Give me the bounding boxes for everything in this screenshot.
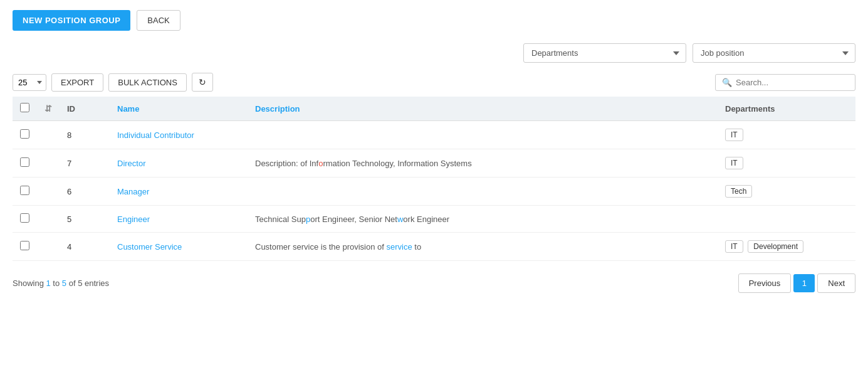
col-desc-label: Description xyxy=(255,104,300,114)
range-end: 5 xyxy=(62,279,66,288)
row-name-link[interactable]: Engineer xyxy=(117,215,150,224)
row-id: 4 xyxy=(60,233,110,261)
row-checkbox[interactable] xyxy=(20,157,29,167)
row-checkbox[interactable] xyxy=(20,129,29,139)
action-row: 25 10 50 100 EXPORT BULK ACTIONS ↻ 🔍 xyxy=(13,73,855,92)
row-id: 8 xyxy=(60,121,110,149)
select-all-checkbox[interactable] xyxy=(20,103,29,112)
pagination: Previous 1 Next xyxy=(738,273,855,293)
row-description: Customer service is the provision of ser… xyxy=(248,233,718,261)
previous-button[interactable]: Previous xyxy=(738,273,792,293)
dept-badge: IT xyxy=(725,129,743,141)
dept-badge: IT xyxy=(725,157,743,169)
table-row: 5 Engineer Technical Support Engineer, S… xyxy=(13,206,855,233)
search-wrapper: 🔍 xyxy=(715,74,855,91)
col-name-header: Name xyxy=(110,97,248,121)
dept-badge: Tech xyxy=(725,185,752,198)
range-start: 1 xyxy=(46,279,51,288)
next-button[interactable]: Next xyxy=(817,273,855,293)
top-bar: NEW POSITION GROUP BACK xyxy=(13,10,855,31)
bulk-actions-button[interactable]: BULK ACTIONS xyxy=(108,73,187,92)
row-id: 7 xyxy=(60,149,110,178)
row-name-link[interactable]: Individual Contributor xyxy=(117,130,194,140)
col-name-label: Name xyxy=(117,104,139,114)
page-wrapper: NEW POSITION GROUP BACK Departments Job … xyxy=(0,0,868,382)
row-name: Director xyxy=(110,149,248,178)
table-row: 4 Customer Service Customer service is t… xyxy=(13,233,855,261)
total-entries: 5 xyxy=(78,279,82,288)
row-name: Manager xyxy=(110,178,248,206)
table-footer: Showing 1 to 5 of 5 entries Previous 1 N… xyxy=(13,271,855,295)
table-header-row: ⇵ ID Name Description Departments xyxy=(13,97,855,121)
new-position-group-button[interactable]: NEW POSITION GROUP xyxy=(13,10,130,31)
table-row: 8 Individual Contributor IT xyxy=(13,121,855,149)
col-sort[interactable]: ⇵ xyxy=(37,97,60,121)
row-departments xyxy=(718,206,855,233)
dept-badge: Development xyxy=(748,240,803,253)
per-page-select[interactable]: 25 10 50 100 xyxy=(13,74,46,91)
row-name: Customer Service xyxy=(110,233,248,261)
sort-icon: ⇵ xyxy=(44,103,52,114)
row-name-link[interactable]: Customer Service xyxy=(117,242,182,252)
row-description xyxy=(248,121,718,149)
filter-row: Departments Job position xyxy=(13,43,855,63)
row-name: Individual Contributor xyxy=(110,121,248,149)
back-button[interactable]: BACK xyxy=(137,10,180,31)
search-icon: 🔍 xyxy=(722,78,732,87)
row-departments: IT xyxy=(718,149,855,178)
col-description-header: Description xyxy=(248,97,718,121)
row-description: Description: of Information Technology, … xyxy=(248,149,718,178)
row-id: 5 xyxy=(60,206,110,233)
row-description xyxy=(248,178,718,206)
row-departments: IT Development xyxy=(718,233,855,261)
row-checkbox[interactable] xyxy=(20,213,29,223)
job-position-filter[interactable]: Job position xyxy=(693,43,855,63)
refresh-button[interactable]: ↻ xyxy=(192,73,213,92)
col-departments-header: Departments xyxy=(718,97,855,121)
row-name-link[interactable]: Manager xyxy=(117,187,149,196)
row-departments: IT xyxy=(718,121,855,149)
row-checkbox[interactable] xyxy=(20,241,29,250)
row-name: Engineer xyxy=(110,206,248,233)
export-button[interactable]: EXPORT xyxy=(51,73,103,92)
dept-badge: IT xyxy=(725,240,743,253)
row-id: 6 xyxy=(60,178,110,206)
departments-filter[interactable]: Departments xyxy=(523,43,686,63)
row-description: Technical Support Engineer, Senior Netwo… xyxy=(248,206,718,233)
search-input[interactable] xyxy=(736,78,849,87)
col-checkbox xyxy=(13,97,37,121)
table-row: 6 Manager Tech xyxy=(13,178,855,206)
col-id-header: ID xyxy=(60,97,110,121)
table-row: 7 Director Description: of Information T… xyxy=(13,149,855,178)
row-name-link[interactable]: Director xyxy=(117,159,146,168)
row-checkbox[interactable] xyxy=(20,186,29,195)
showing-text: Showing 1 to 5 of 5 entries xyxy=(13,279,109,288)
row-departments: Tech xyxy=(718,178,855,206)
current-page: 1 xyxy=(793,274,815,292)
data-table: ⇵ ID Name Description Departments 8 Indi… xyxy=(13,97,855,261)
